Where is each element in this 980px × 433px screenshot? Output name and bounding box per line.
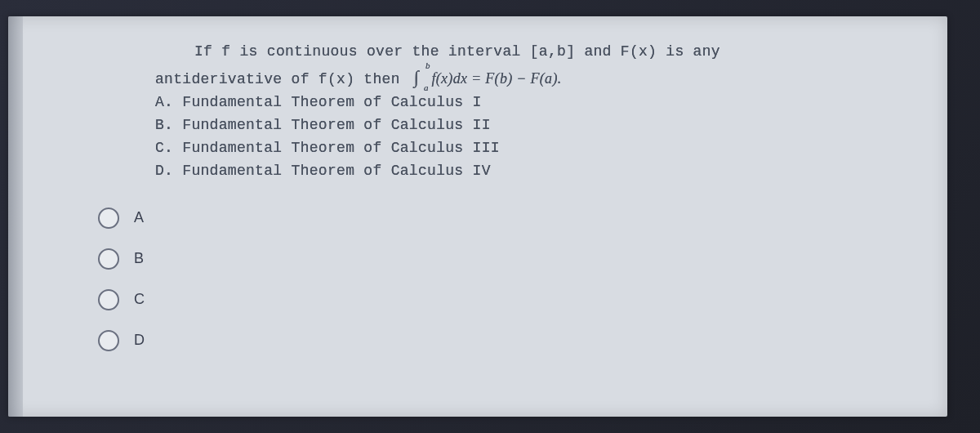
- radio-a[interactable]: [98, 208, 119, 229]
- radio-c[interactable]: [98, 289, 119, 310]
- option-label-d: D: [134, 332, 145, 349]
- option-row-c[interactable]: C: [98, 289, 923, 310]
- stem-option-d: D. Fundamental Theorem of Calculus IV: [155, 160, 923, 183]
- option-label-c: C: [134, 291, 145, 308]
- question-text-block: If f is continuous over the interval [a,…: [74, 41, 923, 183]
- integral-symbol: ∫ b a: [409, 64, 424, 92]
- option-row-d[interactable]: D: [98, 330, 923, 351]
- question-line-2-prefix: antiderivative of f(x) then: [155, 71, 409, 87]
- answer-options-group: A B C D: [98, 208, 923, 351]
- question-line-2: antiderivative of f(x) then ∫ b a f(x)dx…: [155, 64, 923, 92]
- integral-upper-bound: b: [425, 59, 430, 73]
- equals-rhs: = F(b) − F(a).: [467, 70, 561, 87]
- question-line-1: If f is continuous over the interval [a,…: [155, 41, 923, 64]
- radio-b[interactable]: [98, 248, 119, 270]
- screen-frame: If f is continuous over the interval [a,…: [8, 16, 947, 417]
- option-label-b: B: [134, 250, 144, 267]
- integral-formula: ∫ b a f(x)dx = F(b) − F(a).: [409, 70, 562, 87]
- option-row-b[interactable]: B: [98, 248, 923, 270]
- integrand: f(x)dx: [431, 70, 467, 87]
- stem-option-b: B. Fundamental Theorem of Calculus II: [155, 114, 923, 137]
- stem-option-c: C. Fundamental Theorem of Calculus III: [155, 137, 923, 160]
- radio-d[interactable]: [98, 330, 119, 351]
- stem-option-a: A. Fundamental Theorem of Calculus I: [155, 92, 923, 114]
- option-label-a: A: [134, 209, 144, 226]
- integral-lower-bound: a: [424, 81, 429, 95]
- option-row-a[interactable]: A: [98, 208, 923, 229]
